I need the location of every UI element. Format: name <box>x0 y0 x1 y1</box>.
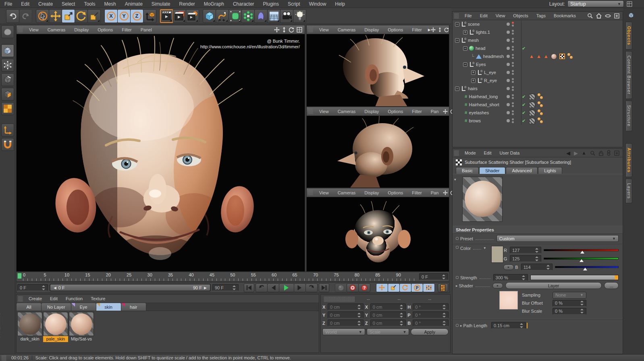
tree-row-eyelashes[interactable]: ≈eyelashes ✔ <box>453 109 623 117</box>
add-panel-icon[interactable] <box>614 13 619 19</box>
viewport-menu-item[interactable]: Filter <box>407 109 426 114</box>
layer-tab-nolayer[interactable]: No Layer <box>42 303 71 311</box>
history-forward-icon[interactable]: ▶ <box>574 150 578 156</box>
menubar-item[interactable]: Select <box>57 1 79 7</box>
zoom-view-icon[interactable] <box>282 27 286 33</box>
tree-row-mesh[interactable]: −0mesh <box>453 36 623 44</box>
tree-row-brows[interactable]: ≈brows ✔ <box>453 117 623 125</box>
menubar-item[interactable]: Plugins <box>259 1 283 7</box>
tab-structure[interactable]: Structure <box>625 101 632 131</box>
tree-row-hairhead-long[interactable]: ≈Hairhead_long ✔ <box>453 93 623 101</box>
viewport-menu-item[interactable]: View <box>315 109 333 114</box>
object-manager-menu-item[interactable]: Tags <box>532 13 550 18</box>
pos-z-field[interactable]: 0 cm <box>328 320 364 326</box>
undo-button[interactable] <box>6 9 19 23</box>
add-environment-button[interactable] <box>267 9 280 23</box>
tree-row-head[interactable]: −head ✔ <box>453 44 623 52</box>
tab-lights[interactable]: Lights <box>538 167 562 174</box>
menubar-item[interactable]: Script <box>283 1 305 7</box>
sampling-dropdown[interactable]: None ▼ <box>553 292 586 299</box>
add-deformer-button[interactable] <box>254 9 268 23</box>
viewport-canvas[interactable] <box>307 197 449 271</box>
viewport-menu-item[interactable]: Pan <box>426 109 443 114</box>
pos-y-field[interactable]: 0 cm <box>328 311 364 318</box>
goto-start-button[interactable] <box>244 283 254 292</box>
material-menu-item[interactable]: Create <box>25 296 46 301</box>
tree-row-headmesh[interactable]: └headmesh ▲ ▲ ▲ <box>453 52 623 60</box>
go-to-parent-icon[interactable]: ▲ <box>582 150 586 156</box>
vertex-tag-icons[interactable] <box>538 93 543 100</box>
layout-grid-icon[interactable] <box>626 1 633 7</box>
editor-visibility-dot[interactable] <box>512 22 514 24</box>
color-g-field[interactable]: 125 <box>510 255 541 262</box>
tab-objects[interactable]: Objects <box>625 22 632 50</box>
selection-tag-icon[interactable]: ▲ <box>529 54 534 59</box>
menubar-item[interactable]: Tools <box>79 1 100 7</box>
key-position-toggle[interactable] <box>376 283 388 292</box>
rotate-view-icon[interactable] <box>444 27 449 32</box>
collapse-toggle[interactable]: − <box>455 87 459 91</box>
preview-range-slider[interactable]: ◄ 0 F 90 F ► <box>50 284 211 291</box>
polygon-mode-button[interactable] <box>1 88 14 101</box>
pan-view-icon[interactable] <box>274 27 280 33</box>
section-header[interactable]: Shader Properties <box>453 226 623 234</box>
panel-grip[interactable] <box>324 297 355 302</box>
layer-texture-thumbnail[interactable] <box>499 291 518 309</box>
tree-row-scene[interactable]: −0scene <box>453 20 623 28</box>
tab-shader[interactable]: Shader <box>479 167 505 174</box>
viewport-menu-item[interactable]: Cameras <box>333 109 360 114</box>
color-r-field[interactable]: 127 <box>510 247 541 254</box>
rotate-view-icon[interactable] <box>289 27 294 33</box>
y-axis-lock-button[interactable]: Y <box>117 9 131 23</box>
lock-icon[interactable] <box>599 151 603 156</box>
panel-grip[interactable] <box>308 190 313 195</box>
viewport-canvas[interactable] <box>17 34 305 271</box>
shader-layer-button[interactable]: Layer <box>505 282 602 289</box>
menubar-item[interactable]: Render <box>175 1 199 7</box>
timeline-frame-field[interactable]: 0 F <box>419 273 448 280</box>
color-expand-icon[interactable]: ▾ <box>484 246 486 250</box>
panel-grip[interactable] <box>454 151 459 156</box>
add-cube-button[interactable] <box>203 9 216 23</box>
object-mode-button[interactable] <box>1 44 14 57</box>
expand-toggle[interactable]: + <box>471 70 476 75</box>
panel-grip[interactable] <box>308 109 313 114</box>
current-frame-field[interactable]: 0 F <box>17 284 48 291</box>
timeline-ruler[interactable]: 051015202530354045505560657075808590 0 F <box>16 272 449 282</box>
size-z-field[interactable]: 0 cm <box>370 320 406 326</box>
panel-grip[interactable] <box>454 13 459 19</box>
material-menu-item[interactable]: Function <box>62 296 87 301</box>
autokey-button[interactable]: ? <box>358 283 370 292</box>
timeline-current-frame-marker[interactable] <box>17 273 22 279</box>
rot-p-field[interactable]: 0 ° <box>413 311 449 318</box>
model-mode-button[interactable] <box>1 25 14 38</box>
zoom-view-icon[interactable] <box>438 27 442 32</box>
edge-mode-button[interactable] <box>1 73 14 86</box>
hair-material-tag-icon[interactable] <box>529 102 535 108</box>
size-mode-dropdown[interactable]: Scale▼ <box>367 328 409 335</box>
color-swatch[interactable] <box>491 246 503 263</box>
viewport-menu-item[interactable]: Cameras <box>333 190 360 195</box>
record-button[interactable] <box>335 283 347 292</box>
tree-row-reye[interactable]: +0R_eye <box>453 76 623 85</box>
pos-x-field[interactable]: 0 cm <box>328 303 364 310</box>
manager-cube-icon[interactable] <box>628 12 634 19</box>
viewport-menu-item[interactable]: View <box>315 27 333 32</box>
viewport-menu-item[interactable]: Filter <box>407 27 426 32</box>
eye-icon[interactable] <box>605 14 611 18</box>
add-hypernurbs-button[interactable] <box>229 9 242 23</box>
material-dark-skin[interactable]: dark_skin <box>17 312 42 342</box>
expand-toggle[interactable]: + <box>471 78 476 83</box>
tree-row-hairs[interactable]: −0hairs <box>453 85 623 93</box>
panel-grip[interactable] <box>2 355 6 361</box>
hair-material-tag-icon[interactable] <box>529 118 535 124</box>
blur-offset-field[interactable]: 0 % <box>553 300 586 307</box>
color-b-field[interactable]: 114 <box>521 264 553 270</box>
tab-advanced[interactable]: Advanced <box>506 167 538 174</box>
viewport-menu-item[interactable]: Cameras <box>333 27 360 32</box>
viewport-menu-item[interactable]: Display <box>360 109 383 114</box>
material-menu-item[interactable]: Texture <box>87 296 109 301</box>
key-scale-toggle[interactable] <box>388 283 400 292</box>
enabled-check-icon[interactable]: ✔ <box>522 110 526 116</box>
enabled-check-icon[interactable]: ✔ <box>522 118 526 124</box>
